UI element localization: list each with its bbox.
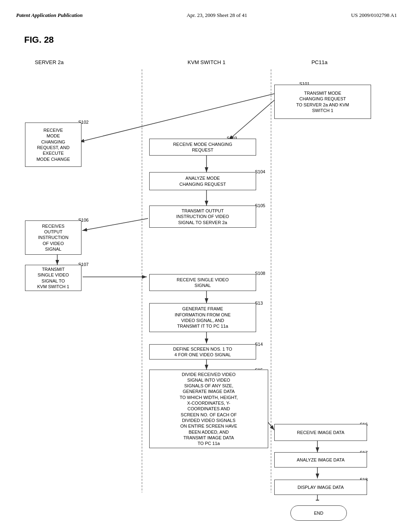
box-s15: DIVIDE RECEIVED VIDEO SIGNAL INTO VIDEO … [149, 370, 268, 448]
page: Patent Application Publication Apr. 23, … [0, 0, 413, 532]
box-s14: DEFINE SCREEN NOS. 1 TO 4 FOR ONE VIDEO … [149, 344, 256, 360]
page-header: Patent Application Publication Apr. 23, … [16, 8, 397, 27]
col-header-pc: PC11a [279, 59, 360, 65]
fig-label: FIG. 28 [24, 35, 397, 45]
step-label-s108: S108 [255, 271, 265, 276]
box-end: END [290, 505, 347, 521]
box-s13: GENERATE FRAME INFORMATION FROM ONE VIDE… [149, 303, 256, 332]
svg-line-4 [79, 94, 275, 142]
box-s106: RECEIVES OUTPUT INSTRUCTION OF VIDEO SIG… [25, 220, 81, 255]
box-s18: DISPLAY IMAGE DATA [274, 480, 367, 495]
box-s103: RECEIVE MODE CHANGING REQUEST [149, 139, 256, 156]
step-label-s105: S105 [255, 203, 265, 208]
box-s102: RECEIVE MODE CHANGING REQUEST, AND EXECU… [25, 123, 81, 167]
box-s105: TRANSMIT OUTPUT INSTRUCTION OF VIDEO SIG… [149, 206, 256, 228]
box-s104: ANALYZE MODE CHANGING REQUEST [149, 172, 256, 190]
col-header-server: SERVER 2a [25, 59, 73, 65]
header-right: US 2009/0102798 A1 [351, 12, 397, 19]
svg-line-3 [229, 100, 275, 140]
box-s101: TRANSMIT MODE CHANGING REQUEST TO SERVER… [274, 85, 371, 119]
box-s107: TRANSMIT SINGLE VIDEO SIGNAL TO KVM SWIT… [25, 265, 81, 291]
step-label-s104: S104 [255, 169, 265, 174]
box-s16: RECEIVE IMAGE DATA [274, 424, 367, 441]
header-center: Apr. 23, 2009 Sheet 28 of 41 [187, 12, 247, 19]
svg-line-7 [82, 218, 148, 231]
header-left: Patent Application Publication [16, 12, 83, 19]
box-s108: RECEIVE SINGLE VIDEO SIGNAL [149, 274, 256, 291]
col-header-kvm: KVM SWITCH 1 [154, 59, 259, 65]
diagram-area: SERVER 2a KVM SWITCH 1 PC11a S101 TRANSM… [17, 57, 396, 501]
box-s17: ANALYZE IMAGE DATA [274, 452, 367, 468]
